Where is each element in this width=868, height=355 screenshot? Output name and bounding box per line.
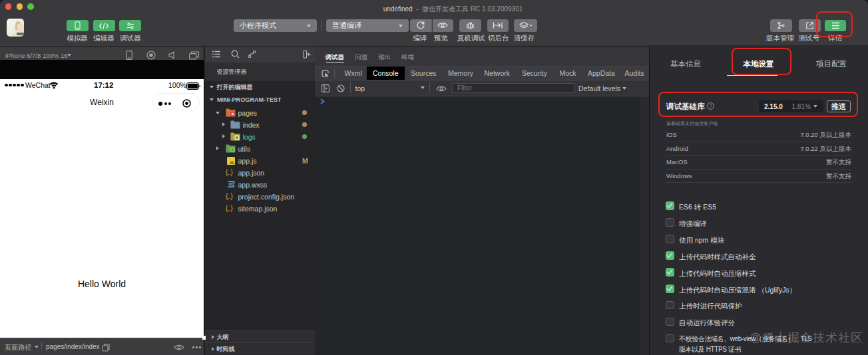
svg-text:JS: JS	[229, 160, 234, 164]
